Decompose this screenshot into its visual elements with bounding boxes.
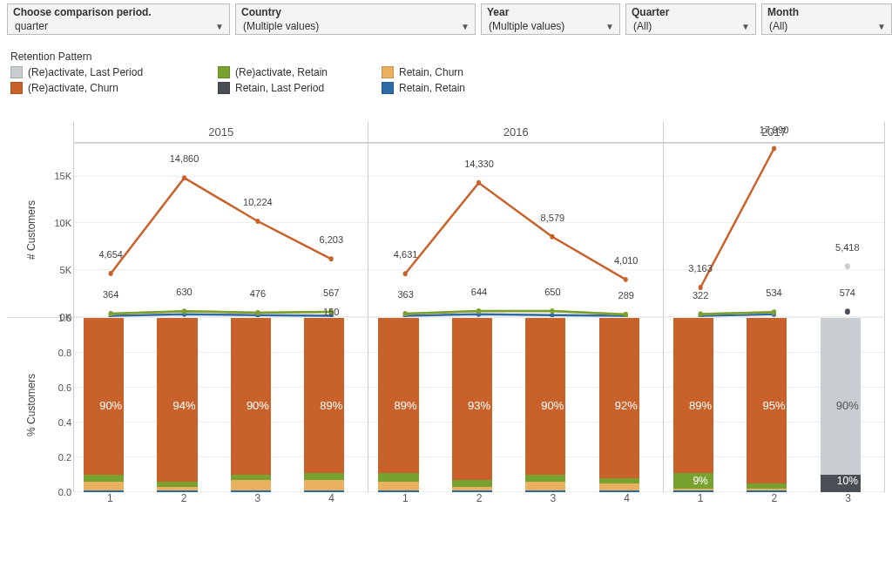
bar-label-small: 10% <box>821 475 875 487</box>
point-label: 289 <box>618 290 634 302</box>
stacked-bar[interactable] <box>821 318 861 492</box>
legend-item[interactable]: Retain, Retain <box>382 82 538 94</box>
x-tick: 3 <box>811 492 885 504</box>
filter-bar: Choose comparison period. quarter▼ Count… <box>0 0 892 38</box>
bar-segment <box>452 487 492 490</box>
svg-point-41 <box>845 308 850 314</box>
stacked-bar[interactable] <box>747 318 787 492</box>
bar-segment <box>452 480 492 487</box>
bar-segment <box>747 483 787 489</box>
x-tick: 1 <box>73 492 147 504</box>
filter-month[interactable]: Month (All)▼ <box>761 3 892 35</box>
legend-label: (Re)activate, Retain <box>235 66 328 78</box>
bar-segment <box>525 490 565 492</box>
point-label: 8,579 <box>541 213 565 225</box>
point-label: 644 <box>471 287 487 299</box>
bar-segment <box>378 473 418 482</box>
bar-segment <box>231 318 271 475</box>
stacked-bar[interactable] <box>157 318 197 492</box>
x-tick: 2 <box>147 492 221 504</box>
filter-comparison[interactable]: Choose comparison period. quarter▼ <box>7 3 230 35</box>
bar-segment <box>747 489 787 490</box>
bar-segment <box>525 318 565 475</box>
bar-segment <box>231 480 271 490</box>
bar-segment <box>157 482 197 487</box>
svg-point-15 <box>329 256 334 261</box>
x-tick: 4 <box>590 492 664 504</box>
bar-segment <box>378 490 418 492</box>
bar-segment <box>84 318 124 475</box>
y-tick: 0.4 <box>58 417 71 428</box>
svg-point-26 <box>551 308 555 314</box>
stacked-bar[interactable] <box>84 318 124 492</box>
bar-segment <box>84 490 124 492</box>
x-tick: 1 <box>368 492 443 504</box>
filter-label: Choose comparison period. <box>13 6 224 18</box>
bar-segment <box>304 480 344 490</box>
filter-year[interactable]: Year (Multiple values)▼ <box>481 3 620 35</box>
y-axis-label-top: # Customers <box>25 200 37 260</box>
x-tick: 2 <box>738 492 812 504</box>
filter-value: (Multiple values) <box>243 20 319 32</box>
legend-swatch <box>10 82 23 94</box>
legend-item[interactable]: Retain, Last Period <box>218 82 375 94</box>
legend-label: Retain, Last Period <box>235 82 324 94</box>
legend-item[interactable]: (Re)activate, Retain <box>218 66 375 78</box>
svg-point-8 <box>109 311 113 316</box>
bar-segment <box>599 478 639 483</box>
svg-point-39 <box>772 146 776 152</box>
point-label: 650 <box>544 287 560 299</box>
point-label: 14,860 <box>170 153 199 166</box>
y-tick: 0.0 <box>58 487 71 497</box>
legend-swatch <box>218 66 230 78</box>
filter-label: Year <box>487 6 614 18</box>
svg-point-14 <box>255 219 260 224</box>
stacked-bar[interactable] <box>231 318 271 492</box>
stacked-bar[interactable] <box>599 318 639 492</box>
legend-item[interactable]: Retain, Churn <box>382 66 538 78</box>
filter-country[interactable]: Country (Multiple values)▼ <box>235 3 476 35</box>
point-label: 322 <box>693 290 708 302</box>
year-header: 2016 <box>368 122 662 143</box>
legend-item[interactable]: (Re)activate, Last Period <box>10 66 211 78</box>
legend-label: Retain, Churn <box>399 66 463 78</box>
bar-segment <box>452 490 492 492</box>
svg-point-29 <box>476 180 481 186</box>
bar-segment <box>157 490 197 492</box>
svg-point-25 <box>476 308 481 314</box>
legend-swatch <box>10 66 23 78</box>
point-label: 17,990 <box>760 125 789 137</box>
bar-segment <box>452 318 492 480</box>
svg-point-24 <box>403 311 408 316</box>
legend-item[interactable]: (Re)activate, Churn <box>10 82 211 94</box>
bar-segment <box>599 318 639 478</box>
svg-point-31 <box>624 277 628 282</box>
bar-segment <box>378 318 418 473</box>
bar-segment <box>525 482 565 490</box>
chevron-down-icon: ▼ <box>461 22 470 31</box>
bar-segment <box>747 318 787 483</box>
bar-segment <box>304 473 344 480</box>
svg-point-28 <box>403 271 408 276</box>
stacked-bar[interactable] <box>378 318 418 492</box>
point-label: 364 <box>103 289 118 301</box>
bar-segment <box>378 482 418 490</box>
point-label: 4,631 <box>394 249 418 261</box>
svg-point-27 <box>624 312 628 317</box>
point-label: 534 <box>766 287 781 300</box>
stacked-bar[interactable] <box>452 318 492 492</box>
svg-point-36 <box>699 312 703 317</box>
chevron-down-icon: ▼ <box>877 22 886 31</box>
bar-segment <box>231 490 271 492</box>
stacked-bar[interactable] <box>525 318 565 492</box>
point-label: 4,010 <box>614 255 639 267</box>
stacked-bar[interactable] <box>304 318 344 492</box>
bar-segment <box>821 318 861 475</box>
y-tick: 10K <box>54 218 71 228</box>
stacked-bar[interactable] <box>673 318 713 492</box>
filter-quarter[interactable]: Quarter (All)▼ <box>625 3 756 35</box>
svg-point-10 <box>255 310 260 315</box>
chevron-down-icon: ▼ <box>605 22 614 31</box>
legend-label: (Re)activate, Last Period <box>28 66 143 78</box>
chevron-down-icon: ▼ <box>215 22 224 31</box>
